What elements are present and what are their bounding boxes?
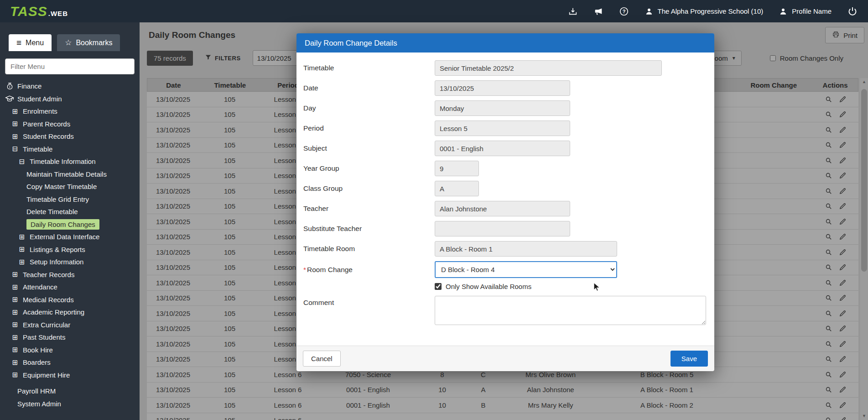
comment-textarea[interactable] <box>435 296 706 325</box>
sidebar-item[interactable]: ⊞ Equipment Hire <box>0 369 140 382</box>
sidebar-item[interactable]: ⊟ Timetable <box>0 143 140 156</box>
expand-icon: ⊞ <box>17 233 26 241</box>
bookmarks-tab[interactable]: ☆ Bookmarks <box>57 34 120 51</box>
year-group-label: Year Group <box>303 164 435 173</box>
class-group-field <box>435 181 479 196</box>
sidebar-item[interactable]: ⊞ Parent Records <box>0 118 140 131</box>
sidebar-item[interactable]: ⊞ External Data Interface <box>0 231 140 243</box>
sidebar-item-label: Daily Room Changes <box>26 219 99 230</box>
logout-button[interactable] <box>847 6 858 17</box>
profile-menu[interactable]: Profile Name <box>779 7 832 16</box>
timetable-field <box>435 60 662 76</box>
sidebar-item-label: Student Admin <box>17 95 62 103</box>
expand-icon: ⊞ <box>10 270 20 278</box>
announcements-button[interactable] <box>593 6 603 16</box>
student-admin-icon <box>5 94 14 103</box>
megaphone-icon <box>593 6 603 16</box>
menu-tab-label: Menu <box>26 39 44 47</box>
sidebar-item[interactable]: Student Admin <box>0 93 140 105</box>
menu-filter-input[interactable] <box>5 58 135 74</box>
timetable-label: Timetable <box>303 64 435 72</box>
expand-icon: ⊞ <box>10 333 20 341</box>
room-change-label: *Room Change <box>303 266 435 274</box>
profile-name: Profile Name <box>792 7 832 15</box>
sidebar-item[interactable]: ⊞ Medical Records <box>0 294 140 306</box>
sidebar-item-label: Past Students <box>23 333 65 341</box>
sidebar-item[interactable]: Delete Timetable <box>0 205 140 218</box>
expand-icon: ⊞ <box>10 358 20 367</box>
sidebar-item[interactable]: ⊟ Timetable Information <box>0 155 140 168</box>
comment-label: Comment <box>303 296 435 307</box>
sidebar-item[interactable]: ⊞ Student Records <box>0 130 140 143</box>
logo-web-text: .WEB <box>48 10 68 17</box>
class-group-label: Class Group <box>303 184 435 193</box>
sidebar-item-label: Timetable Information <box>30 158 96 165</box>
period-field <box>435 121 570 136</box>
expand-icon: ⊞ <box>10 346 20 354</box>
collapse-icon: ⊟ <box>17 158 26 166</box>
expand-icon: ⊞ <box>17 258 26 266</box>
power-icon <box>847 6 858 17</box>
star-icon: ☆ <box>65 39 72 47</box>
sidebar-item[interactable]: Finance <box>0 80 140 93</box>
sidebar-item[interactable]: ⊞ Book Hire <box>0 344 140 357</box>
sidebar-item[interactable]: Timetable Grid Entry <box>0 193 140 206</box>
date-field <box>435 80 570 96</box>
logo-tass-text: TASS <box>10 4 47 19</box>
sidebar-item[interactable]: Copy Master Timetable <box>0 180 140 193</box>
sidebar-item-label: Listings & Reports <box>30 246 85 253</box>
menu-tab[interactable]: ≡ Menu <box>9 34 52 51</box>
svg-text:?: ? <box>622 8 625 14</box>
sidebar: ≡ Menu ☆ Bookmarks Finance Student Admin… <box>0 22 140 420</box>
sidebar-item[interactable]: ⊞ Academic Reporting <box>0 306 140 319</box>
subject-label: Subject <box>303 144 435 152</box>
sidebar-item[interactable]: ⊞ Attendance <box>0 281 140 294</box>
required-asterisk: * <box>303 266 306 273</box>
school-menu[interactable]: The Alpha Progressive School (10) <box>645 7 764 16</box>
sidebar-item[interactable]: ⊞ Extra Curricular <box>0 319 140 331</box>
sidebar-item[interactable]: ⊞ Enrolments <box>0 105 140 118</box>
only-available-rooms-checkbox[interactable] <box>435 283 442 290</box>
sidebar-item[interactable]: ⊞ Past Students <box>0 331 140 344</box>
sidebar-item[interactable]: ⊞ Boarders <box>0 356 140 369</box>
sidebar-item-label: Boarders <box>23 358 51 366</box>
sidebar-item-label: Payroll HRM <box>17 387 56 395</box>
sidebar-item[interactable]: ⊞ Teacher Records <box>0 268 140 281</box>
school-name: The Alpha Progressive School (10) <box>658 7 764 15</box>
timetable-room-field <box>435 241 617 257</box>
timetable-room-label: Timetable Room <box>303 245 435 253</box>
daily-room-change-details-dialog: Daily Room Change Details Timetable Date… <box>296 33 714 371</box>
downloads-button[interactable] <box>568 6 578 16</box>
sidebar-item-label: Teacher Records <box>23 271 74 278</box>
sidebar-tree: Finance Student Admin ⊞ Enrolments ⊞ Par… <box>0 80 140 410</box>
expand-icon: ⊞ <box>10 132 20 141</box>
sidebar-item-label: Medical Records <box>23 296 74 304</box>
sidebar-item-label: Parent Records <box>23 120 70 128</box>
sidebar-item-label: Extra Curricular <box>23 321 70 329</box>
save-button[interactable]: Save <box>670 351 708 367</box>
cancel-button[interactable]: Cancel <box>303 351 341 367</box>
collapse-icon: ⊟ <box>10 145 20 153</box>
substitute-teacher-field <box>435 221 570 236</box>
sidebar-item[interactable]: Maintain Timetable Details <box>0 168 140 181</box>
help-button[interactable]: ? <box>619 6 629 16</box>
bookmarks-tab-label: Bookmarks <box>76 39 112 47</box>
expand-icon: ⊞ <box>10 295 20 304</box>
day-label: Day <box>303 104 435 112</box>
only-available-rooms-toggle[interactable]: Only Show Available Rooms <box>435 283 707 290</box>
tassweb-logo[interactable]: TASS .WEB <box>10 4 68 19</box>
profile-icon <box>779 7 788 16</box>
sidebar-item[interactable]: ⊞ Setup Information <box>0 256 140 268</box>
sidebar-item[interactable]: System Admin <box>0 398 140 410</box>
expand-icon: ⊞ <box>10 308 20 316</box>
help-icon: ? <box>619 6 629 16</box>
sidebar-item[interactable]: Payroll HRM <box>0 385 140 398</box>
sidebar-item-label: Setup Information <box>30 258 83 266</box>
period-label: Period <box>303 124 435 132</box>
room-change-select[interactable]: D Block - Room 4 <box>435 261 617 278</box>
day-field <box>435 100 570 116</box>
sidebar-item[interactable]: ⊞ Listings & Reports <box>0 243 140 256</box>
expand-icon: ⊞ <box>10 283 20 291</box>
topbar: TASS .WEB ? The Alpha Progressive School… <box>0 0 868 22</box>
sidebar-item[interactable]: Daily Room Changes <box>0 218 140 231</box>
